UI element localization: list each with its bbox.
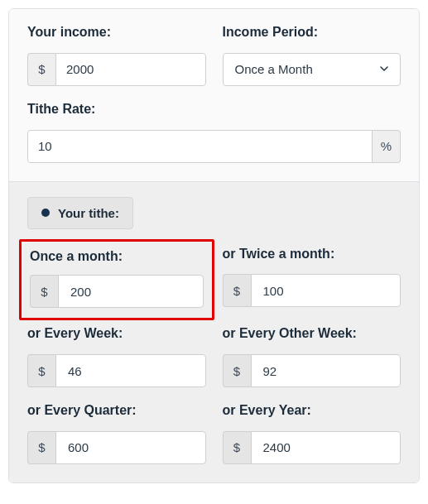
your-tithe-label: Your tithe: (58, 206, 119, 220)
quarterly-result: $ 600 (27, 431, 206, 464)
income-input[interactable] (55, 53, 206, 86)
period-select[interactable]: Once a Month (223, 53, 402, 86)
biweekly-label: or Every Other Week: (223, 325, 402, 343)
rate-input[interactable] (27, 130, 373, 163)
dollar-icon: $ (223, 354, 251, 387)
quarterly-value: 600 (55, 431, 206, 464)
income-input-group: $ (27, 53, 206, 86)
yearly-label: or Every Year: (223, 402, 402, 420)
results-section: Your tithe: Once a month: $ 200 or Twice… (9, 181, 419, 482)
rate-label: Tithe Rate: (27, 101, 401, 118)
twice-monthly-value: 100 (251, 274, 402, 307)
tithe-calculator-panel: Your income: $ Income Period: Once a Mon… (8, 8, 420, 483)
twice-monthly-result: $ 100 (223, 274, 402, 307)
inputs-section: Your income: $ Income Period: Once a Mon… (9, 9, 419, 181)
income-label: Your income: (27, 24, 206, 41)
weekly-label: or Every Week: (27, 325, 206, 343)
biweekly-result: $ 92 (223, 354, 402, 387)
monthly-label: Once a month: (30, 248, 204, 266)
highlight-monthly: Once a month: $ 200 (19, 239, 214, 321)
dollar-icon: $ (30, 275, 58, 308)
dollar-icon: $ (27, 431, 55, 464)
monthly-value: 200 (58, 275, 204, 308)
yearly-value: 2400 (251, 431, 402, 464)
rate-input-group: % (27, 130, 401, 163)
dollar-icon: $ (223, 431, 251, 464)
dollar-icon: $ (27, 354, 55, 387)
monthly-result: $ 200 (30, 275, 204, 308)
weekly-value: 46 (55, 354, 206, 387)
biweekly-value: 92 (251, 354, 402, 387)
period-label: Income Period: (223, 24, 402, 41)
dollar-icon: $ (223, 274, 251, 307)
quarterly-label: or Every Quarter: (27, 402, 206, 420)
weekly-result: $ 46 (27, 354, 206, 387)
yearly-result: $ 2400 (223, 431, 402, 464)
twice-monthly-label: or Twice a month: (223, 246, 402, 263)
dot-icon (41, 209, 50, 217)
dollar-icon: $ (27, 53, 55, 86)
percent-icon: % (373, 130, 401, 163)
your-tithe-chip: Your tithe: (27, 197, 133, 229)
